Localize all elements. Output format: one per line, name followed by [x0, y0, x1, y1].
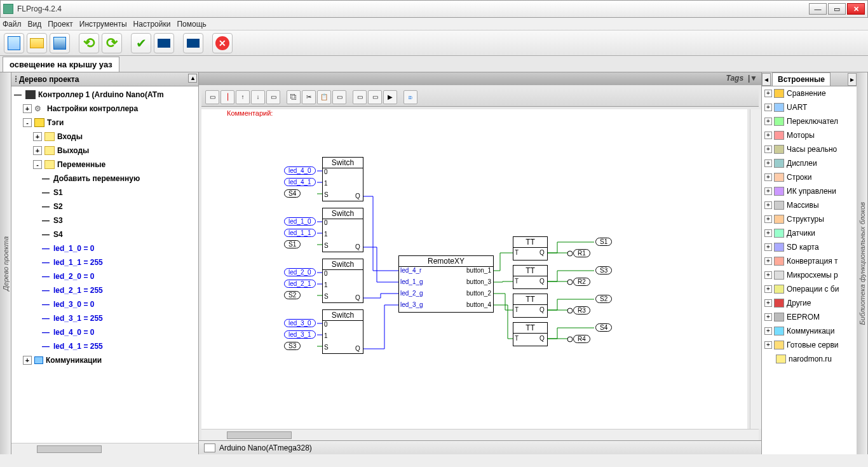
minimize-button[interactable]: — [809, 3, 827, 15]
redo-button[interactable]: ⟳ [102, 33, 122, 53]
lib-left-arrow[interactable]: ◂ [762, 73, 771, 86]
tree-node-6[interactable]: —Добавить переменную [11, 172, 198, 186]
right-sidebar-strip[interactable]: Библиотека функциональных блоков [857, 72, 868, 454]
lib-item-0[interactable]: +Сравнение [762, 86, 857, 100]
ctb-del[interactable]: ▭ [332, 90, 346, 104]
menu-settings[interactable]: Настройки [133, 20, 171, 29]
tree-node-13[interactable]: —led_2_0 = 0 [11, 269, 198, 283]
expand-icon[interactable]: + [764, 243, 772, 251]
lib-item-3[interactable]: +Моторы [762, 128, 857, 142]
expand-icon[interactable]: + [764, 187, 772, 195]
menu-project[interactable]: Проект [48, 20, 73, 29]
lib-right-arrow[interactable]: ▸ [848, 73, 857, 86]
tree-node-0[interactable]: —Контроллер 1 (Arduino Nano(ATm [11, 88, 198, 102]
expand-icon[interactable]: + [764, 104, 772, 111]
lib-item-13[interactable]: +Микросхемы р [762, 268, 857, 282]
lib-item-9[interactable]: +Структуры [762, 212, 857, 226]
ctb-1[interactable]: ▭ [205, 90, 219, 104]
new-button[interactable] [4, 33, 24, 53]
lib-item-5[interactable]: +Дисплеи [762, 156, 857, 170]
compile-button[interactable] [154, 33, 174, 53]
expand-icon[interactable]: + [764, 285, 772, 293]
tree-node-7[interactable]: —S1 [11, 186, 198, 200]
ctb-13[interactable]: ⎄ [403, 90, 417, 104]
lib-item-4[interactable]: +Часы реально [762, 142, 857, 156]
lib-item-8[interactable]: +Массивы [762, 198, 857, 212]
lib-item-17[interactable]: +Коммуникаци [762, 324, 857, 338]
expand-icon[interactable]: + [23, 104, 32, 113]
expand-icon[interactable]: + [764, 299, 772, 307]
input-tag[interactable]: led_2_0 [284, 268, 316, 276]
input-tag[interactable]: led_4_1 [284, 178, 316, 186]
ctb-5[interactable]: ▭ [266, 90, 280, 104]
tree-node-10[interactable]: —S4 [11, 227, 198, 241]
tree-node-8[interactable]: —S2 [11, 200, 198, 213]
expand-icon[interactable]: + [764, 132, 772, 139]
tree-node-3[interactable]: +Входы [11, 130, 198, 144]
tree-node-18[interactable]: —led_4_1 = 255 [11, 339, 198, 353]
lib-item-7[interactable]: +ИК управлени [762, 184, 857, 198]
tree-node-12[interactable]: —led_1_1 = 255 [11, 255, 198, 269]
output-tag[interactable]: S2 [595, 295, 612, 303]
input-tag[interactable]: S4 [284, 189, 301, 198]
output-tag[interactable]: S3 [595, 266, 612, 274]
canvas-hscroll[interactable] [201, 429, 759, 440]
input-tag[interactable]: led_1_0 [284, 217, 316, 226]
upload-button[interactable] [183, 33, 203, 53]
expand-icon[interactable]: - [33, 160, 42, 169]
menu-tools[interactable]: Инструменты [79, 20, 127, 29]
ctb-11[interactable]: ▭ [368, 90, 382, 104]
output-tag[interactable]: R3 [573, 306, 590, 315]
expand-icon[interactable]: + [33, 146, 42, 155]
input-tag[interactable]: led_1_1 [284, 229, 316, 237]
tree-node-16[interactable]: —led_3_1 = 255 [11, 311, 198, 325]
input-tag[interactable]: S2 [284, 291, 301, 299]
expand-icon[interactable]: + [764, 159, 772, 167]
tt-block-0[interactable]: TT [513, 236, 548, 261]
diagram-canvas[interactable]: Комментарий: Switch01SQled_4_0led_4_1S4S… [201, 109, 747, 429]
lib-subitem[interactable]: narodmon.ru [762, 352, 857, 366]
expand-icon[interactable]: + [764, 341, 772, 349]
expand-icon[interactable]: + [764, 90, 772, 97]
output-tag[interactable]: R4 [573, 335, 590, 343]
lib-item-14[interactable]: +Операции с би [762, 282, 857, 296]
input-tag[interactable]: S3 [284, 342, 301, 350]
lib-item-1[interactable]: +UART [762, 100, 857, 114]
tree-node-4[interactable]: +Выходы [11, 144, 198, 158]
close-button[interactable]: ✕ [847, 3, 865, 15]
tree-node-1[interactable]: +⚙Настройки контроллера [11, 102, 198, 116]
left-sidebar-strip[interactable]: Дерево проекта [0, 72, 11, 454]
tree-collapse-button[interactable]: ▴ [188, 74, 197, 83]
menu-file[interactable]: Файл [3, 20, 22, 29]
lib-item-10[interactable]: +Датчики [762, 226, 857, 240]
lib-item-12[interactable]: +Конвертация т [762, 254, 857, 268]
maximize-button[interactable]: ▭ [828, 3, 846, 15]
tree-node-11[interactable]: —led_1_0 = 0 [11, 241, 198, 255]
lib-item-15[interactable]: +Другие [762, 296, 857, 310]
ctb-10[interactable]: ▭ [353, 90, 367, 104]
undo-button[interactable]: ⟲ [79, 33, 99, 53]
input-tag[interactable]: led_3_1 [284, 330, 316, 339]
document-tab[interactable]: освещение на крышу уаз [3, 57, 119, 72]
expand-icon[interactable]: + [33, 132, 42, 141]
expand-icon[interactable]: + [764, 313, 772, 321]
tree-node-14[interactable]: —led_2_1 = 255 [11, 283, 198, 297]
output-tag[interactable]: R1 [573, 249, 590, 257]
output-tag[interactable]: S4 [595, 323, 612, 332]
tt-block-1[interactable]: TT [513, 265, 548, 289]
tt-block-2[interactable]: TT [513, 294, 548, 318]
open-button[interactable] [27, 33, 47, 53]
lib-item-2[interactable]: +Переключател [762, 114, 857, 128]
project-tree[interactable]: —Контроллер 1 (Arduino Nano(ATm+⚙Настрой… [11, 86, 198, 443]
input-tag[interactable]: led_2_1 [284, 280, 316, 288]
output-tag[interactable]: R2 [573, 278, 590, 286]
tree-hscroll[interactable] [11, 443, 198, 454]
ctb-paste[interactable]: 📋 [317, 90, 331, 104]
library-list[interactable]: +Сравнение+UART+Переключател+Моторы+Часы… [762, 86, 857, 454]
lib-item-11[interactable]: +SD карта [762, 240, 857, 254]
ctb-2[interactable]: ⎮ [220, 90, 234, 104]
ctb-cut[interactable]: ✂ [302, 90, 316, 104]
input-tag[interactable]: S1 [284, 240, 301, 248]
tree-node-5[interactable]: -Переменные [11, 158, 198, 172]
stop-button[interactable]: ✕ [212, 33, 233, 53]
